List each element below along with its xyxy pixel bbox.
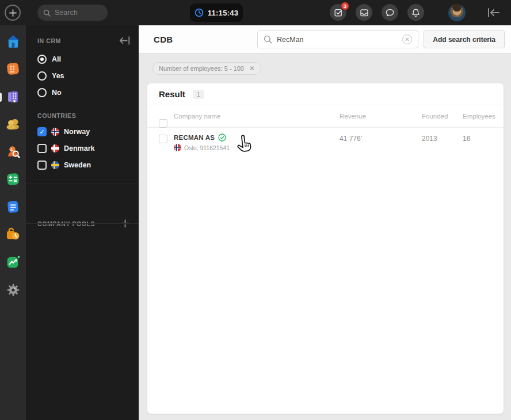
cell-founded: 2013 (422, 133, 463, 143)
norway-flag-icon (174, 144, 181, 151)
checkbox-country-sweden[interactable]: Sweden (37, 161, 91, 170)
divider (26, 183, 139, 184)
column-employees[interactable]: Employees (463, 105, 495, 120)
in-crm-section-label: IN CRM (37, 37, 61, 44)
radio-label: Yes (52, 72, 64, 80)
app-rail: i (0, 25, 26, 420)
cdb-search[interactable]: ✕ (257, 30, 418, 48)
user-avatar[interactable] (448, 4, 466, 21)
add-search-criteria-button[interactable]: Add search criteria (424, 30, 505, 48)
radio-in-crm-all[interactable]: All (37, 55, 61, 64)
active-module-indicator (0, 93, 2, 102)
reports-icon (6, 255, 20, 269)
radio-in-crm-no[interactable]: No (37, 88, 62, 97)
result-header: Result 1 (147, 83, 504, 105)
sidebar-item-home[interactable] (5, 33, 21, 49)
filter-chip-employees[interactable]: Number of employees: 5 - 100 ✕ (152, 62, 261, 75)
checkbox-icon (37, 144, 47, 153)
cdb-search-input[interactable] (277, 36, 398, 44)
column-founded[interactable]: Founded (422, 105, 463, 120)
search-icon (43, 9, 51, 17)
add-new-button[interactable] (5, 5, 21, 21)
row-checkbox[interactable] (159, 135, 167, 143)
select-all-checkbox[interactable] (159, 119, 167, 128)
result-title: Result (159, 89, 185, 99)
search-icon (264, 35, 272, 44)
table-row[interactable]: RECMAN AS Oslo, 911621541 41 776' 2013 1… (147, 128, 504, 158)
sidebar-item-cdb-active[interactable] (5, 89, 21, 104)
bell-icon (411, 8, 420, 17)
global-search-input[interactable] (55, 9, 101, 17)
notifications-button[interactable] (407, 4, 424, 21)
sidebar-item-settings[interactable] (5, 282, 21, 297)
main-content: CDB ✕ Add search criteria Number of empl… (139, 25, 511, 420)
radio-label: All (52, 55, 61, 63)
remove-filter-icon[interactable]: ✕ (249, 64, 255, 72)
radio-icon (37, 88, 47, 97)
time-tracking-icon (6, 227, 21, 242)
documents-icon (6, 200, 20, 214)
country-label: Sweden (64, 161, 91, 169)
settings-icon (6, 283, 20, 297)
collapse-topbar-button[interactable] (485, 6, 502, 20)
verified-icon (218, 133, 226, 142)
clock-time: 11:15:43 (208, 9, 239, 17)
sidebar-item-time-tracking[interactable] (5, 227, 21, 242)
denmark-flag-icon (51, 144, 59, 152)
calculator-icon (6, 172, 20, 186)
column-revenue[interactable]: Revenue (340, 105, 422, 120)
sidebar-item-reports[interactable] (5, 254, 21, 270)
radio-icon (37, 71, 47, 81)
candidate-search-icon (6, 144, 20, 159)
companies-building-icon (6, 89, 20, 104)
countries-section-label: COUNTRIES (37, 112, 76, 119)
company-name[interactable]: RECMAN AS (174, 134, 215, 141)
chat-button[interactable] (382, 4, 398, 21)
global-search[interactable] (37, 5, 108, 21)
contacts-icon (6, 117, 21, 131)
sidebar-item-planner[interactable] (5, 61, 21, 77)
chat-icon (385, 8, 395, 17)
plus-icon (9, 9, 17, 17)
result-card: Result 1 Company name Revenue Founded Em… (147, 83, 504, 414)
sidebar-item-economy[interactable] (5, 171, 21, 187)
sidebar-item-contacts[interactable] (5, 116, 21, 132)
column-company-name[interactable]: Company name (174, 105, 340, 120)
cell-employees: 16 (463, 133, 492, 143)
country-label: Norway (64, 128, 90, 136)
sweden-flag-icon (51, 161, 59, 169)
filter-chip-label: Number of employees: 5 - 100 (159, 65, 244, 72)
result-count-badge: 1 (193, 90, 204, 99)
table-header-row: Company name Revenue Founded Employees (147, 105, 504, 128)
calendar-orange-icon (6, 62, 20, 76)
clock-icon (195, 8, 204, 17)
time-widget[interactable]: 11:15:43 (190, 3, 243, 22)
filter-sidebar: IN CRM All Yes No COUNTRIES ✓ Norway Den… (26, 25, 139, 420)
checkbox-country-denmark[interactable]: Denmark (37, 144, 95, 153)
norway-flag-icon (51, 128, 59, 136)
radio-label: No (52, 89, 62, 97)
inbox-button[interactable] (356, 4, 372, 21)
sidebar-item-documents[interactable] (5, 199, 21, 215)
checkbox-country-norway[interactable]: ✓ Norway (37, 127, 90, 136)
checkbox-icon (37, 161, 47, 170)
clear-search-icon[interactable]: ✕ (402, 35, 412, 44)
inbox-icon (360, 8, 369, 17)
page-title: CDB (154, 35, 173, 44)
mouse-cursor-pointer (234, 133, 255, 156)
company-location: Oslo, 911621541 (184, 144, 230, 151)
sidebar-item-candidate-search[interactable] (5, 144, 21, 159)
tasks-icon (334, 8, 343, 17)
collapse-sidebar-icon[interactable] (119, 36, 131, 45)
cell-revenue: 41 776' (340, 133, 422, 143)
radio-in-crm-yes[interactable]: Yes (37, 71, 64, 81)
page-header: CDB ✕ Add search criteria (139, 25, 511, 54)
tasks-badge: 3 (341, 2, 349, 10)
collapse-left-icon (487, 7, 501, 18)
home-icon (6, 35, 21, 48)
country-label: Denmark (64, 144, 95, 152)
divider (26, 223, 139, 224)
tasks-button[interactable]: 3 (330, 4, 346, 21)
radio-icon (37, 55, 47, 64)
topbar: 11:15:43 3 (0, 0, 511, 25)
